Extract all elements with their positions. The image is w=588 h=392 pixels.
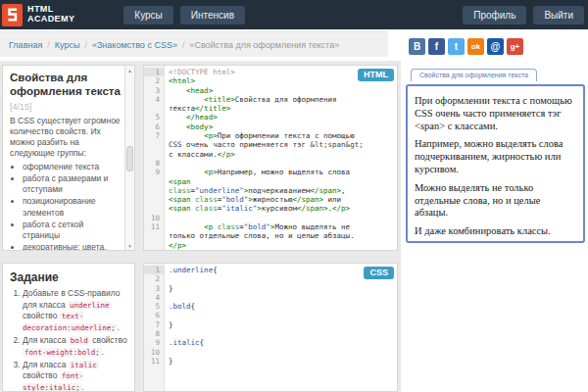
line-number: 3 (144, 284, 164, 293)
mailru-icon[interactable]: @ (487, 38, 504, 55)
code-line-text[interactable]: .bold{ (164, 302, 397, 311)
code-line: 12 (144, 250, 397, 251)
odnoklassniki-icon[interactable]: ok (467, 38, 484, 55)
logout-button[interactable]: Выйти (533, 6, 584, 24)
code-line-text[interactable] (164, 311, 397, 319)
code-line-text[interactable]: <head> (164, 86, 397, 95)
code-line-text[interactable]: } (164, 284, 397, 293)
code-token: <html> (169, 76, 195, 85)
preview-paragraph: Например, можно выделять слова подчеркив… (415, 138, 576, 175)
code-line-text[interactable]: } (164, 357, 397, 366)
code-line-text[interactable] (164, 159, 397, 168)
theory-scrollbar[interactable]: ▲ ▼ (124, 66, 134, 250)
breadcrumb-separator: / (47, 40, 50, 50)
task-item: Для класса italic свойство font-style:it… (23, 360, 129, 392)
vk-icon[interactable]: В (409, 38, 425, 55)
line-number: 11 (144, 222, 164, 250)
code-token: </span> (297, 204, 328, 213)
code-token: <span (169, 204, 191, 213)
breadcrumb-courses-link[interactable]: Курсы (55, 40, 80, 50)
css-code-editor[interactable]: 1.underline{23}45.bold{67}89.italic{1011… (143, 263, 398, 392)
code-line-text[interactable] (164, 250, 397, 251)
code-line: 9 <p>Например, можно выделять слова <spa… (144, 168, 397, 213)
line-number: 4 (144, 293, 164, 302)
code-line: 5.bold{ (144, 302, 397, 311)
code-token: или (323, 195, 346, 204)
code-line-text[interactable] (164, 293, 397, 302)
code-token: . (102, 347, 104, 357)
code-line-text[interactable]: .italic{ (164, 338, 397, 347)
htmlacademy-logo[interactable]: HTMLACADEMY (2, 4, 74, 26)
code-line-text[interactable]: <p>При оформлении текста с помощью CSS о… (164, 131, 397, 159)
code-token: class (218, 222, 240, 231)
theory-group-item: декоративные: цвета, фон, тени (23, 242, 121, 250)
line-number: 2 (144, 76, 164, 85)
profile-button[interactable]: Профиль (463, 6, 526, 24)
code-line: 9.italic{ (144, 338, 397, 347)
line-number: 5 (144, 113, 164, 122)
code-token (169, 86, 186, 95)
html-code-editor[interactable]: 1<!DOCTYPE html>2<html>3 <head>4 <title>… (143, 65, 398, 251)
code-line: 3 <head> (144, 86, 397, 95)
code-line-text[interactable]: <title>Свойства для оформления текста</t… (164, 95, 397, 114)
code-line-text[interactable] (164, 329, 397, 338)
code-line: 2 (144, 274, 397, 283)
nav-intensive-button[interactable]: Интенсив (180, 6, 245, 24)
code-line: 6 <body> (144, 122, 397, 131)
line-number: 10 (144, 348, 164, 357)
code-line-text[interactable]: <p class="bold">Можно выделять не только… (164, 222, 397, 250)
code-token (169, 95, 204, 104)
scrollbar-thumb[interactable] (126, 146, 133, 172)
task-panel: Задание Добавьте в CSS-правило для класс… (2, 263, 135, 392)
code-line: 4 <title>Свойства для оформления текста<… (144, 95, 397, 114)
theory-group-item: работа с размерами и отступами (23, 173, 121, 195)
facebook-icon[interactable]: f (428, 38, 445, 55)
code-token: . (82, 382, 84, 392)
task-item: Добавьте в CSS-правило для класса underl… (23, 288, 129, 333)
code-token: </p> (218, 150, 235, 159)
twitter-icon[interactable]: t (448, 38, 465, 55)
code-token: } (169, 357, 173, 366)
code-line: 10 (144, 214, 397, 222)
line-number: 9 (144, 338, 164, 347)
code-line-text[interactable] (164, 274, 397, 283)
code-token: "bold" (221, 195, 248, 204)
code-token: <span (169, 195, 191, 204)
breadcrumb-separator: / (182, 40, 185, 50)
preview-panel: Свойства для оформления текста При оформ… (406, 67, 585, 243)
htmlacademy-logo-icon (2, 4, 23, 26)
code-token: <p> (204, 131, 218, 140)
code-line-text[interactable] (164, 214, 397, 222)
code-token: свойство (23, 311, 60, 320)
code-line-text[interactable]: } (164, 320, 397, 329)
code-token: </title> (195, 104, 230, 113)
social-share-row: Вftok@g+ (409, 38, 523, 55)
breadcrumb-course-link[interactable]: «Знакомство с CSS» (92, 40, 177, 50)
task-item: Для класса bold свойство font-weight:bol… (23, 335, 129, 358)
nav-courses-button[interactable]: Курсы (123, 6, 172, 24)
scroll-down-arrow-icon[interactable]: ▼ (125, 241, 134, 250)
scroll-up-arrow-icon[interactable]: ▲ (125, 66, 134, 74)
breadcrumb-home-link[interactable]: Главная (9, 40, 42, 50)
line-number: 1 (144, 266, 164, 274)
code-token (169, 131, 204, 140)
code-line-text[interactable]: <body> (164, 122, 397, 131)
googleplus-icon[interactable]: g+ (507, 38, 523, 55)
code-token: </p> (332, 204, 350, 213)
code-line-text[interactable] (164, 348, 397, 357)
code-token: class (195, 195, 218, 204)
code-line-text[interactable]: <p>Например, можно выделять слова <span … (164, 168, 397, 213)
task-list: Добавьте в CSS-правило для класса underl… (10, 288, 129, 392)
css-editor-badge: CSS (364, 267, 394, 279)
theory-groups-list: оформление текстаработа с размерами и от… (10, 162, 121, 250)
code-token: <p (204, 222, 213, 231)
line-number: 1 (144, 68, 164, 76)
code-line-text[interactable]: .underline{ (164, 266, 397, 274)
code-line: 10 (144, 348, 397, 357)
code-token: class (169, 186, 191, 195)
code-token: } (169, 284, 173, 293)
code-line-text[interactable]: </head> (164, 113, 397, 122)
code-token: подчеркиванием (248, 186, 310, 195)
code-token: <span (169, 177, 191, 186)
code-token (169, 222, 204, 231)
